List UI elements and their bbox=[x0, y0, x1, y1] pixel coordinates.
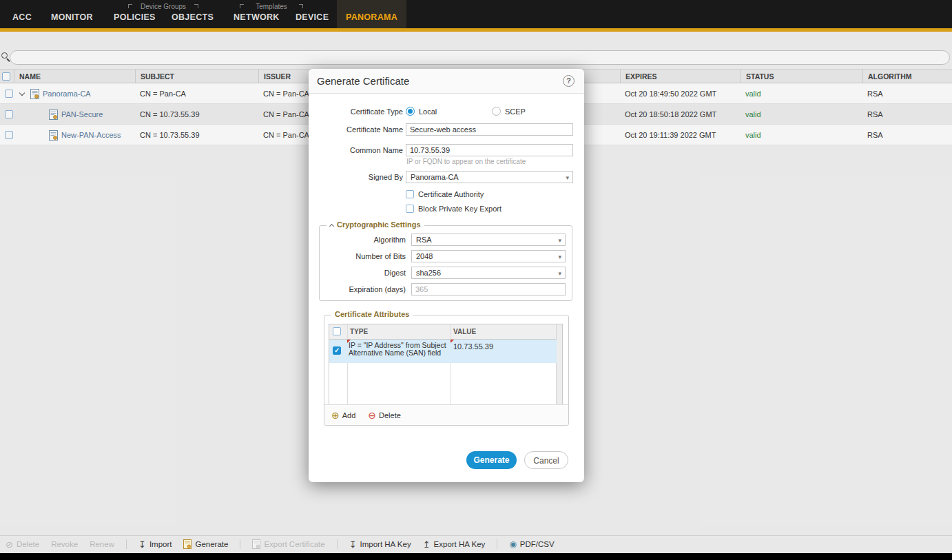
scep-radio[interactable] bbox=[492, 107, 501, 116]
local-radio[interactable] bbox=[406, 107, 415, 116]
attributes-actions-bar: ⊕ Add ⊖ Delete bbox=[324, 404, 568, 425]
attributes-value-header[interactable]: VALUE bbox=[453, 324, 476, 340]
dialog-title: Generate Certificate bbox=[317, 75, 409, 87]
scrollbar-track[interactable] bbox=[556, 324, 562, 405]
scep-radio-label: SCEP bbox=[505, 105, 526, 118]
revoke-label: Revoke bbox=[51, 540, 78, 548]
tab-acc[interactable]: ACC bbox=[4, 12, 40, 28]
digest-label: Digest bbox=[320, 266, 406, 280]
cryptographic-settings-section: Cryptographic Settings Algorithm RSA ▾ N… bbox=[319, 225, 572, 301]
number-of-bits-select[interactable]: 2048 ▾ bbox=[411, 250, 566, 262]
certificate-name-input[interactable] bbox=[406, 123, 573, 136]
attributes-type-header[interactable]: TYPE bbox=[350, 324, 368, 340]
generate-certificate-dialog: Generate Certificate ? Certificate Type … bbox=[309, 69, 584, 482]
pdf-csv-icon: ◉ bbox=[509, 539, 516, 549]
bracket-right-icon bbox=[194, 4, 198, 8]
cryptographic-settings-title[interactable]: Cryptographic Settings bbox=[327, 220, 424, 229]
chevron-down-icon: ▾ bbox=[558, 268, 561, 279]
tab-panorama-label: PANORAMA bbox=[346, 12, 397, 28]
tab-monitor[interactable]: MONITOR bbox=[43, 12, 101, 28]
certificate-authority-label: Certificate Authority bbox=[418, 190, 484, 198]
delete-button: ⊘ Delete bbox=[6, 539, 39, 550]
import-button[interactable]: ↧ Import bbox=[138, 539, 172, 550]
minus-icon: ⊖ bbox=[368, 410, 376, 421]
certificate-name-row: Certificate Name bbox=[309, 123, 584, 136]
certificate-attributes-title: Certificate Attributes bbox=[331, 310, 413, 318]
dialog-header: Generate Certificate ? bbox=[309, 69, 584, 94]
attributes-table: TYPE VALUE IP = "IP Address" from Subjec… bbox=[329, 324, 563, 406]
collapse-chevron-icon bbox=[329, 224, 334, 229]
delete-attribute-button[interactable]: ⊖ Delete bbox=[368, 410, 401, 421]
common-name-row: Common Name bbox=[309, 143, 584, 157]
generate-certificate-icon bbox=[183, 539, 192, 549]
export-ha-key-button[interactable]: ↥ Export HA Key bbox=[423, 539, 486, 550]
certificate-attributes-section: Certificate Attributes TYPE VALUE IP = "… bbox=[324, 315, 569, 426]
add-attribute-button[interactable]: ⊕ Add bbox=[331, 410, 355, 421]
chevron-down-icon: ▾ bbox=[558, 235, 561, 246]
digest-row: Digest sha256 ▾ bbox=[320, 266, 572, 280]
bottom-toolbar: ⊘ Delete Revoke Renew ↧ Import Generate … bbox=[0, 535, 952, 552]
status-bar bbox=[0, 553, 952, 560]
cryptographic-settings-text: Cryptographic Settings bbox=[337, 220, 421, 229]
digest-select[interactable]: sha256 ▾ bbox=[411, 267, 566, 279]
common-name-label: Common Name bbox=[309, 143, 403, 157]
export-ha-key-icon: ↥ bbox=[423, 539, 431, 550]
number-of-bits-value: 2048 bbox=[416, 252, 433, 260]
chevron-down-icon: ▾ bbox=[558, 251, 561, 262]
import-ha-key-button[interactable]: ↧ Import HA Key bbox=[349, 539, 411, 550]
signed-by-select[interactable]: Panorama-CA ▾ bbox=[406, 171, 573, 183]
renew-label: Renew bbox=[90, 540, 114, 548]
local-radio-label: Local bbox=[419, 105, 437, 118]
delete-icon: ⊘ bbox=[6, 539, 13, 550]
attribute-value-cell[interactable]: 10.73.55.39 bbox=[453, 342, 493, 351]
cancel-button[interactable]: Cancel bbox=[524, 451, 568, 469]
number-of-bits-label: Number of Bits bbox=[320, 249, 406, 263]
expiration-row: Expiration (days) bbox=[320, 282, 572, 296]
expiration-label: Expiration (days) bbox=[320, 282, 406, 296]
certificate-attributes-text: Certificate Attributes bbox=[335, 310, 409, 318]
delete-label: Delete bbox=[17, 540, 39, 548]
templates-scope-label: Templates bbox=[240, 3, 303, 10]
common-name-input[interactable] bbox=[406, 144, 573, 156]
generate-button[interactable]: Generate bbox=[466, 451, 517, 469]
delete-label: Delete bbox=[379, 411, 401, 419]
certificate-authority-checkbox[interactable] bbox=[406, 190, 414, 198]
tab-policies[interactable]: POLICIES bbox=[105, 12, 164, 28]
expiration-input[interactable] bbox=[411, 283, 566, 295]
export-certificate-icon bbox=[252, 539, 260, 549]
device-groups-scope-label: Device Groups bbox=[128, 3, 198, 10]
help-icon[interactable]: ? bbox=[563, 75, 575, 87]
signed-by-row: Signed By Panorama-CA ▾ bbox=[309, 170, 584, 184]
certificate-authority-row: Certificate Authority bbox=[406, 189, 484, 200]
device-groups-text: Device Groups bbox=[141, 3, 186, 10]
attribute-row-checkbox[interactable] bbox=[333, 346, 341, 355]
attribute-row[interactable]: IP = "IP Address" from Subject Alternati… bbox=[329, 340, 557, 363]
certificate-type-label: Certificate Type bbox=[309, 105, 403, 118]
add-label: Add bbox=[342, 411, 356, 419]
column-divider bbox=[451, 324, 451, 405]
revoke-button: Revoke bbox=[51, 540, 78, 548]
tab-panorama[interactable]: PANORAMA bbox=[337, 0, 406, 28]
bracket-left-icon bbox=[240, 4, 244, 8]
tab-objects[interactable]: OBJECTS bbox=[163, 12, 222, 28]
pdf-csv-button[interactable]: ◉ PDF/CSV bbox=[509, 539, 554, 549]
add-icon: ⊕ bbox=[331, 410, 340, 421]
column-divider bbox=[347, 324, 348, 405]
attribute-type-cell[interactable]: IP = "IP Address" from Subject Alternati… bbox=[349, 342, 448, 357]
algorithm-select[interactable]: RSA ▾ bbox=[411, 234, 566, 246]
certificate-name-label: Certificate Name bbox=[309, 123, 403, 136]
algorithm-value: RSA bbox=[416, 236, 432, 244]
generate-toolbar-button[interactable]: Generate bbox=[183, 539, 228, 549]
toolbar-divider bbox=[337, 539, 338, 549]
import-ha-key-label: Import HA Key bbox=[360, 540, 411, 548]
generate-label: Generate bbox=[195, 540, 228, 548]
export-certificate-button: Export Certificate bbox=[252, 539, 324, 549]
chevron-down-icon: ▾ bbox=[566, 172, 569, 183]
toolbar-divider bbox=[240, 539, 240, 549]
attributes-select-all-checkbox[interactable] bbox=[333, 327, 341, 335]
tab-network[interactable]: NETWORK bbox=[225, 12, 288, 28]
number-of-bits-row: Number of Bits 2048 ▾ bbox=[320, 249, 572, 263]
attributes-header-row: TYPE VALUE bbox=[329, 324, 562, 340]
block-private-key-checkbox[interactable] bbox=[406, 205, 414, 213]
tab-device[interactable]: DEVICE bbox=[287, 12, 337, 28]
